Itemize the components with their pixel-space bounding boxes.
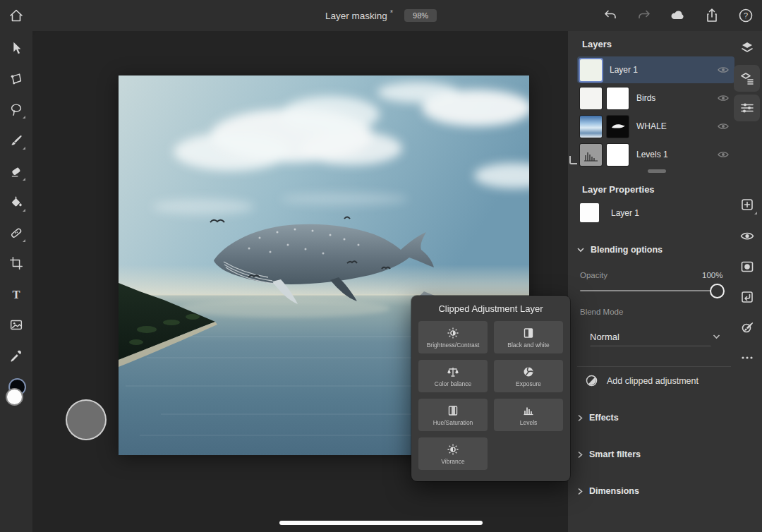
- opacity-label: Opacity: [580, 271, 607, 279]
- blending-options-header[interactable]: Blending options: [577, 245, 663, 255]
- document-title: Layer masking: [325, 11, 387, 21]
- color-swatches[interactable]: [6, 378, 28, 406]
- blend-mode-label: Blend Mode: [580, 308, 623, 316]
- adjustment-hue-saturation[interactable]: Hue/Saturation: [418, 399, 488, 431]
- layers-list-handle[interactable]: [648, 169, 666, 173]
- opacity-slider[interactable]: [580, 290, 721, 291]
- tool-eraser[interactable]: [5, 160, 28, 183]
- properties-layer-thumbnail: [580, 203, 599, 222]
- layer-name: Levels 1: [636, 150, 718, 159]
- scales-icon: [446, 365, 460, 378]
- clip-layer-button[interactable]: [734, 284, 760, 310]
- layer-mask-thumbnail: [607, 116, 629, 138]
- exposure-icon: [522, 365, 535, 378]
- levels-histogram-icon: [522, 404, 535, 417]
- svg-text:?: ?: [744, 11, 748, 20]
- layers-panel-title: Layers: [582, 39, 612, 49]
- visibility-eye-icon[interactable]: [718, 150, 729, 159]
- layer-properties-toggle[interactable]: [734, 65, 760, 92]
- tool-lasso[interactable]: [5, 98, 28, 121]
- layer-row-whale[interactable]: WHALE: [577, 113, 734, 140]
- tool-eyedropper[interactable]: [5, 344, 28, 367]
- help-button[interactable]: ?: [737, 6, 755, 25]
- layer-thumbnail: [580, 59, 602, 81]
- section-effects[interactable]: Effects: [577, 413, 619, 423]
- right-panel: Layers Layer 1 Birds WHALE Levels 1: [568, 31, 762, 532]
- adjustments-toggle[interactable]: [734, 95, 760, 121]
- hue-saturation-icon: [447, 404, 459, 417]
- tool-healing[interactable]: [5, 222, 28, 244]
- add-clipped-adjustment-button[interactable]: Add clipped adjustment: [586, 375, 698, 387]
- clipped-adjustment-icon: [586, 375, 598, 387]
- layers-panel-icon[interactable]: [734, 34, 760, 61]
- layer-name: Layer 1: [610, 65, 718, 75]
- chevron-right-icon: [577, 451, 583, 459]
- layer-mask-thumbnail: [607, 144, 629, 166]
- adjustment-black-and-white[interactable]: Black and white: [494, 321, 563, 353]
- opacity-slider-knob[interactable]: [710, 284, 725, 298]
- layer-mask-thumbnail: [607, 87, 629, 109]
- layer-row-levels[interactable]: Levels 1: [577, 141, 734, 168]
- black-white-icon: [522, 327, 535, 339]
- tool-brush[interactable]: [5, 129, 28, 152]
- chevron-right-icon: [577, 488, 583, 495]
- tool-type[interactable]: T: [5, 283, 28, 306]
- more-options-button[interactable]: [734, 344, 760, 371]
- tool-bar: T: [0, 31, 32, 532]
- redo-button[interactable]: [635, 6, 653, 25]
- adjustment-color-balance[interactable]: Color balance: [418, 360, 488, 392]
- touch-shortcut[interactable]: [66, 399, 107, 440]
- blend-mode-dropdown[interactable]: Normal: [590, 330, 720, 343]
- visibility-eye-icon[interactable]: [718, 122, 729, 131]
- background-color-swatch[interactable]: [6, 388, 23, 406]
- clip-indicator: [569, 156, 577, 164]
- section-smart-filters[interactable]: Smart filters: [577, 449, 641, 459]
- zoom-badge[interactable]: 98%: [404, 9, 437, 22]
- visibility-eye-icon[interactable]: [718, 94, 729, 102]
- layer-visibility-button[interactable]: [734, 222, 760, 249]
- tool-fill[interactable]: [5, 191, 28, 214]
- cloud-sync-icon[interactable]: [669, 6, 687, 25]
- adjustment-brightness-contrast[interactable]: Brightness/Contrast: [418, 321, 488, 353]
- chevron-right-icon: [577, 414, 583, 422]
- top-bar: Layer masking * 98% ?: [0, 0, 762, 31]
- visibility-eye-icon[interactable]: [718, 66, 729, 74]
- layer-row-birds[interactable]: Birds: [577, 85, 734, 111]
- tool-place-image[interactable]: [5, 313, 28, 336]
- layer-thumbnail: [580, 116, 602, 138]
- clipped-adjustment-popup: Clipped Adjustment Layer Brightness/Cont…: [411, 296, 570, 481]
- layer-thumbnail: [580, 144, 602, 166]
- dropdown-underline: [590, 345, 711, 347]
- layer-row-layer1[interactable]: Layer 1: [577, 56, 734, 83]
- home-button[interactable]: [6, 5, 27, 26]
- chevron-down-icon: [577, 247, 584, 253]
- adjustment-vibrance[interactable]: Vibrance: [418, 437, 488, 470]
- tool-crop[interactable]: [5, 252, 28, 274]
- tool-move[interactable]: [5, 37, 28, 59]
- chevron-down-icon: [713, 334, 720, 339]
- opacity-value: 100%: [702, 271, 722, 279]
- home-indicator[interactable]: [279, 521, 483, 525]
- layer-thumbnail: [580, 87, 602, 109]
- tool-transform[interactable]: [5, 68, 28, 90]
- photoshop-ipad-app: { "topbar": { "title": "Layer masking", …: [0, 0, 762, 532]
- undo-button[interactable]: [601, 6, 619, 25]
- blend-mode-value: Normal: [590, 332, 619, 342]
- layer-name: Birds: [636, 93, 718, 103]
- unsaved-indicator: *: [390, 8, 393, 17]
- svg-text:T: T: [12, 288, 20, 301]
- paintbrush-button[interactable]: [734, 314, 760, 341]
- layer-properties-title: Layer Properties: [582, 184, 655, 195]
- layer-mask-button[interactable]: [734, 253, 760, 280]
- add-layer-button[interactable]: [734, 191, 760, 218]
- vibrance-icon: [447, 443, 459, 456]
- adjustment-exposure[interactable]: Exposure: [494, 360, 563, 392]
- divider: [577, 366, 731, 367]
- popup-title: Clipped Adjustment Layer: [411, 303, 570, 314]
- layer-name: WHALE: [636, 121, 718, 131]
- brightness-icon: [447, 327, 459, 339]
- adjustment-levels[interactable]: Levels: [494, 399, 563, 431]
- share-button[interactable]: [703, 6, 721, 25]
- properties-layer-name: Layer 1: [611, 208, 639, 218]
- section-dimensions[interactable]: Dimensions: [577, 486, 639, 496]
